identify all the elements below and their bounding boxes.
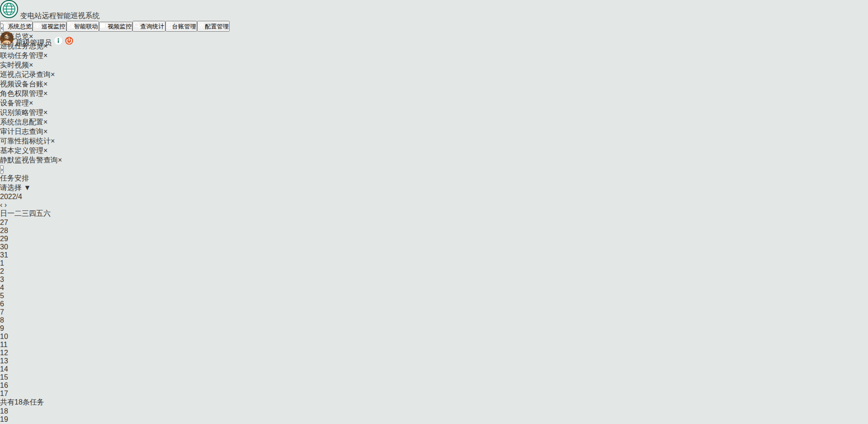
nav-button-ledger[interactable]: 台账管理 xyxy=(165,21,197,32)
day-task-count: 共有18条任务 xyxy=(0,398,868,407)
calendar-prev-icon[interactable]: ‹ xyxy=(0,201,2,209)
close-icon[interactable]: × xyxy=(43,52,47,59)
gear-icon xyxy=(198,23,205,30)
weekday-label: 四 xyxy=(29,210,36,217)
tab-label: 基本定义管理 xyxy=(0,147,43,154)
nav-button-eye[interactable]: 巡视监控 xyxy=(33,22,66,32)
calendar-day[interactable]: 3 xyxy=(0,276,868,284)
power-icon[interactable] xyxy=(65,39,74,47)
calendar-day[interactable]: 8 xyxy=(0,316,868,324)
calendar-day[interactable]: 2 xyxy=(0,267,868,276)
day-number: 11 xyxy=(0,341,8,348)
nav-button-video[interactable]: 视频监控 xyxy=(99,22,132,32)
day-number: 15 xyxy=(0,373,8,381)
link-icon xyxy=(67,23,74,30)
calendar-day[interactable]: 9 xyxy=(0,324,868,333)
day-number: 10 xyxy=(0,333,8,340)
calendar-day[interactable]: 19 xyxy=(0,415,868,424)
ledger-icon xyxy=(166,23,172,30)
station-select[interactable]: 请选择 ▼ xyxy=(0,183,868,193)
calendar-day[interactable]: 14 xyxy=(0,365,868,373)
weekday-label: 二 xyxy=(14,210,22,217)
nav-label: 台账管理 xyxy=(172,23,196,30)
day-number: 8 xyxy=(0,316,4,324)
close-icon[interactable]: × xyxy=(43,42,47,50)
calendar-day[interactable]: 1 xyxy=(0,259,868,267)
tab-label: 系统总览 xyxy=(0,33,29,40)
nav-button-home[interactable]: 系统总览 xyxy=(0,21,33,32)
close-icon[interactable]: × xyxy=(43,90,47,97)
tab-item-10[interactable]: 审计日志查询× xyxy=(0,127,868,137)
tabs-scroll-right-icon[interactable]: › xyxy=(0,165,4,174)
tab-item-5[interactable]: 视频设备台账× xyxy=(0,80,868,89)
close-icon[interactable]: × xyxy=(29,33,33,40)
close-icon[interactable]: × xyxy=(43,147,47,154)
calendar-grid: 27282930311234567891011121314151617共有18条… xyxy=(0,219,868,424)
tab-item-9[interactable]: 系统信息配置× xyxy=(0,118,868,127)
day-number: 17 xyxy=(0,390,868,398)
day-number: 6 xyxy=(0,300,4,308)
open-tabs: 系统总览×巡视任务总览×联动任务管理×实时视频×巡视点记录查询×视频设备台账×角… xyxy=(0,32,868,165)
calendar-day[interactable]: 15 xyxy=(0,373,868,381)
app-title: 变电站远程智能巡视系统 xyxy=(20,12,99,19)
tab-item-11[interactable]: 可靠性指标统计× xyxy=(0,137,868,146)
tab-item-0[interactable]: 系统总览× xyxy=(0,32,868,42)
calendar-weekday-row: 日一二三四五六 xyxy=(0,209,868,219)
day-number: 1 xyxy=(0,259,4,267)
calendar-day[interactable]: 28 xyxy=(0,227,868,235)
close-icon[interactable]: × xyxy=(29,99,33,107)
calendar-day[interactable]: 6 xyxy=(0,300,868,308)
weekday-label: 一 xyxy=(7,210,14,217)
close-icon[interactable]: × xyxy=(51,71,55,78)
close-icon[interactable]: × xyxy=(29,61,33,69)
nav-button-search[interactable]: 查询统计 xyxy=(132,21,165,32)
calendar-day[interactable]: 4 xyxy=(0,284,868,292)
day-number: 16 xyxy=(0,381,8,389)
calendar-day[interactable]: 30 xyxy=(0,243,868,251)
calendar-day[interactable]: 10 xyxy=(0,333,868,341)
calendar-day[interactable]: 31 xyxy=(0,251,868,259)
day-number: 14 xyxy=(0,365,8,373)
nav-button-link[interactable]: 智能联动 xyxy=(66,21,99,32)
calendar-day[interactable]: 29 xyxy=(0,235,868,243)
close-icon[interactable]: × xyxy=(43,128,47,135)
tab-item-13[interactable]: 静默监视告警查询× xyxy=(0,156,868,165)
tab-item-8[interactable]: 识别策略管理× xyxy=(0,108,868,118)
day-number: 13 xyxy=(0,357,8,365)
chevron-down-icon: ▼ xyxy=(24,184,31,191)
tab-item-7[interactable]: 设备管理× xyxy=(0,99,868,108)
close-icon[interactable]: × xyxy=(51,137,55,145)
nav-button-gear[interactable]: 配置管理 xyxy=(197,21,230,32)
nav-label: 视频监控 xyxy=(108,23,132,30)
day-number: 2 xyxy=(0,267,4,275)
calendar-year: 2022 xyxy=(0,193,16,200)
tab-item-2[interactable]: 联动任务管理× xyxy=(0,51,868,61)
close-icon[interactable]: × xyxy=(43,118,47,126)
tab-item-12[interactable]: 基本定义管理× xyxy=(0,146,868,156)
app-root: 变电站远程智能巡视系统 系统总览巡视监控智能联动视频监控查询统计台账管理配置管理… xyxy=(0,0,868,424)
calendar-day[interactable]: 7 xyxy=(0,308,868,316)
tab-item-6[interactable]: 角色权限管理× xyxy=(0,89,868,99)
calendar-day[interactable]: 16 xyxy=(0,381,868,390)
tab-item-4[interactable]: 巡视点记录查询× xyxy=(0,70,868,80)
calendar-day[interactable]: 27 xyxy=(0,219,868,227)
close-icon[interactable]: × xyxy=(58,156,62,164)
tabs-scroll-left-icon[interactable]: ‹ xyxy=(0,24,4,32)
info-icon[interactable] xyxy=(54,39,65,47)
selected-day-box: 17共有18条任务 xyxy=(0,390,868,407)
close-icon[interactable]: × xyxy=(43,109,47,116)
tab-item-3[interactable]: 实时视频× xyxy=(0,61,868,70)
calendar-day[interactable]: 12 xyxy=(0,349,868,357)
day-number: 3 xyxy=(0,276,4,283)
tab-item-1[interactable]: 巡视任务总览× xyxy=(0,42,868,51)
calendar-day-selected[interactable]: 17共有18条任务 xyxy=(0,390,868,407)
calendar-next-icon[interactable]: › xyxy=(5,201,7,209)
calendar-month-label: 2022/4 xyxy=(0,193,868,201)
calendar-day[interactable]: 13 xyxy=(0,357,868,365)
calendar-day[interactable]: 11 xyxy=(0,341,868,349)
close-icon[interactable]: × xyxy=(43,80,47,88)
day-number: 4 xyxy=(0,284,4,291)
calendar-day[interactable]: 5 xyxy=(0,292,868,300)
calendar-day[interactable]: 18 xyxy=(0,407,868,415)
tab-label: 巡视任务总览 xyxy=(0,42,43,50)
